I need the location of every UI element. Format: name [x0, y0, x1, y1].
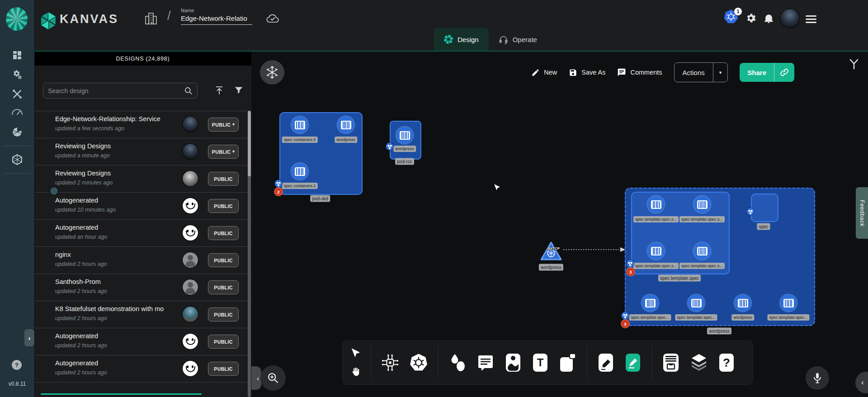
- container-node[interactable]: [396, 127, 413, 144]
- design-canvas[interactable]: New Save As Comments Actions ▾ Share: [251, 51, 868, 397]
- user-avatar[interactable]: [780, 9, 799, 28]
- feedback-tab[interactable]: Feedback: [856, 187, 868, 239]
- sidebar-item-configuration[interactable]: [0, 85, 34, 103]
- comments-button[interactable]: Comments: [617, 68, 662, 77]
- voice-mic-button[interactable]: [806, 366, 829, 390]
- list-scrollbar[interactable]: [248, 111, 251, 397]
- settings-gear-icon[interactable]: [745, 12, 757, 24]
- scrollbar-thumb[interactable]: [248, 111, 251, 176]
- design-name-input[interactable]: Edge-Network-Relatio: [181, 14, 252, 25]
- error-count-badge[interactable]: 3: [626, 267, 635, 276]
- meshery-snowflake-button[interactable]: [260, 60, 284, 85]
- design-list-item[interactable]: Reviewing Designs updated 2 minutes ago …: [34, 165, 248, 193]
- sidebar-expand-button[interactable]: ›: [24, 329, 34, 346]
- container-node[interactable]: [642, 294, 659, 312]
- zoom-in-button[interactable]: [260, 365, 286, 391]
- visibility-badge[interactable]: PUBLIC: [208, 280, 239, 294]
- right-panel-chevron[interactable]: ‹: [855, 372, 868, 393]
- save-as-button[interactable]: Save As: [569, 68, 605, 77]
- pen-tool-icon[interactable]: [597, 353, 614, 373]
- share-split-button[interactable]: Share: [740, 63, 794, 82]
- actions-split-button[interactable]: Actions ▾: [674, 62, 728, 82]
- error-count-badge[interactable]: 3: [621, 319, 630, 328]
- group-spec[interactable]: [751, 194, 778, 222]
- visibility-badge[interactable]: PUBLIC: [208, 199, 239, 213]
- service-edge[interactable]: [562, 246, 627, 253]
- collapse-panel-chevron[interactable]: ‹: [251, 366, 261, 390]
- hamburger-menu-icon[interactable]: [806, 15, 816, 25]
- help-tool-icon[interactable]: ?: [718, 353, 735, 373]
- container-label: wordpress: [393, 146, 416, 152]
- container-node[interactable]: [337, 116, 354, 133]
- sidebar-item-extensions[interactable]: [0, 123, 34, 141]
- search-icon[interactable]: [184, 86, 197, 95]
- pointer-tool-icon[interactable]: [350, 348, 361, 359]
- visibility-badge[interactable]: PUBLIC: [208, 172, 239, 186]
- help-button[interactable]: ?: [12, 360, 22, 370]
- publish-upload-icon[interactable]: [214, 85, 224, 95]
- design-list-item[interactable]: K8 Statefulset demonstration with mo upd…: [34, 301, 248, 328]
- copy-link-icon[interactable]: [774, 68, 794, 77]
- comment-tool-icon[interactable]: [476, 354, 495, 372]
- design-list-item[interactable]: Autogenerated updated 2 hours ago PUBLIC: [34, 328, 248, 355]
- container-node[interactable]: [291, 116, 308, 133]
- svg-text:T: T: [537, 356, 544, 369]
- group-spec-template-spec[interactable]: [631, 192, 730, 274]
- mesh-icon: [11, 126, 23, 138]
- visibility-badge[interactable]: PUBLIC: [208, 226, 239, 240]
- freehand-draw-tool-icon[interactable]: [624, 353, 642, 373]
- sidebar-item-dashboard[interactable]: [0, 47, 34, 64]
- container-node[interactable]: [693, 196, 711, 213]
- container-node[interactable]: [647, 242, 665, 260]
- organization-icon[interactable]: [145, 12, 157, 25]
- sidebar-item-performance[interactable]: [0, 104, 34, 121]
- pan-hand-tool-icon[interactable]: [350, 366, 361, 378]
- versions-branch-icon[interactable]: [848, 58, 860, 71]
- visibility-select[interactable]: PUBLIC▾: [208, 145, 239, 159]
- container-node[interactable]: [734, 294, 751, 312]
- shapes-tool-icon[interactable]: [448, 353, 467, 372]
- filter-funnel-icon[interactable]: [234, 85, 244, 95]
- design-list-item[interactable]: Reviewing Designs updated a minute ago P…: [34, 138, 248, 165]
- tab-design[interactable]: Design: [434, 28, 489, 51]
- search-design-input[interactable]: [43, 87, 184, 95]
- note-tool-icon[interactable]: [559, 353, 577, 373]
- tab-operate[interactable]: Operate: [489, 28, 547, 51]
- layer5-logo[interactable]: [6, 7, 28, 31]
- container-label: spec.template.spec.s...: [679, 216, 725, 222]
- container-node[interactable]: [647, 196, 665, 213]
- visibility-badge[interactable]: PUBLIC: [208, 253, 239, 267]
- kanvas-logo-icon[interactable]: [40, 11, 57, 30]
- kubernetes-tool-icon[interactable]: [409, 353, 428, 372]
- node-service-wordpress[interactable]: [539, 240, 563, 262]
- notifications-bell-icon[interactable]: [763, 12, 774, 24]
- new-button[interactable]: New: [531, 68, 557, 77]
- design-list-item[interactable]: Edge-Network-Relationship: Service updat…: [34, 111, 248, 138]
- error-count-badge[interactable]: 2: [274, 187, 283, 196]
- visibility-badge[interactable]: PUBLIC: [208, 362, 239, 376]
- design-list-item[interactable]: Autogenerated updated an hour ago PUBLIC: [34, 220, 248, 247]
- chevron-down-icon[interactable]: ▾: [713, 70, 728, 76]
- sidebar-item-lifecycle[interactable]: [0, 66, 34, 83]
- design-list-item[interactable]: Autogenerated updated 10 minutes ago PUB…: [34, 193, 248, 220]
- media-tool-icon[interactable]: [505, 353, 522, 373]
- container-node[interactable]: [688, 294, 705, 312]
- design-list-item[interactable]: Santhosh-Prom updated 2 hours ago PUBLIC: [34, 274, 248, 301]
- design-list-item[interactable]: nginx updated 2 hours ago PUBLIC: [34, 247, 248, 274]
- container-node[interactable]: [780, 294, 797, 312]
- layers-tool-icon[interactable]: [690, 353, 708, 372]
- container-node[interactable]: [693, 242, 711, 260]
- design-list-item[interactable]: Autogenerated updated 2 hours ago PUBLIC: [34, 355, 248, 383]
- visibility-badge[interactable]: PUBLIC: [208, 335, 239, 349]
- visibility-select[interactable]: PUBLIC▾: [208, 118, 239, 132]
- mode-tabs: Design Operate: [434, 28, 547, 51]
- drawer-tool-icon[interactable]: [662, 353, 680, 373]
- container-node[interactable]: [291, 163, 308, 180]
- kubernetes-context-button[interactable]: 1: [723, 9, 742, 26]
- pod-kind-badge: [275, 180, 283, 188]
- visibility-badge[interactable]: PUBLIC: [208, 307, 239, 321]
- text-tool-icon[interactable]: T: [532, 353, 549, 373]
- component-tool-icon[interactable]: [381, 354, 399, 372]
- context-count-badge: 1: [734, 7, 742, 16]
- sidebar-item-kanvas[interactable]: [0, 151, 34, 168]
